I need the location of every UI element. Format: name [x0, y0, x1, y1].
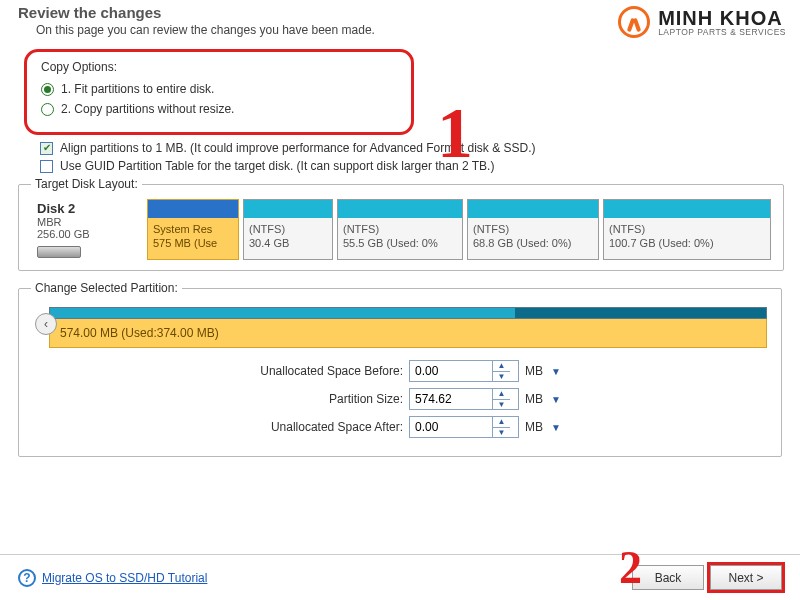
help-icon[interactable]: ? — [18, 569, 36, 587]
input-unalloc-before[interactable]: ▲▼ — [409, 360, 519, 382]
partition-label: (NTFS)100.7 GB (Used: 0%) — [604, 218, 770, 256]
partition-label: (NTFS)68.8 GB (Used: 0%) — [468, 218, 598, 256]
brand-tagline: LAPTOP PARTS & SERVICES — [658, 28, 786, 37]
input-unalloc-after[interactable]: ▲▼ — [409, 416, 519, 438]
input-unalloc-before-field[interactable] — [410, 361, 492, 381]
partition-bar — [338, 200, 462, 218]
spin-down-icon[interactable]: ▼ — [493, 427, 510, 438]
target-disk-layout-legend: Target Disk Layout: — [31, 177, 142, 191]
partition-block[interactable]: (NTFS)100.7 GB (Used: 0%) — [603, 199, 771, 260]
partition-bar — [604, 200, 770, 218]
partition-label: (NTFS)30.4 GB — [244, 218, 332, 256]
radio-fit-partitions[interactable] — [41, 83, 54, 96]
spin-up-icon[interactable]: ▲ — [493, 417, 510, 427]
unit-dropdown[interactable]: ▼ — [549, 394, 563, 405]
spin-down-icon[interactable]: ▼ — [493, 371, 510, 382]
label-unalloc-after: Unallocated Space After: — [233, 420, 403, 434]
brand-logo-icon — [618, 6, 650, 38]
input-partition-size-field[interactable] — [410, 389, 492, 409]
checkbox-guid-label: Use GUID Partition Table for the target … — [60, 159, 494, 173]
input-partition-size[interactable]: ▲▼ — [409, 388, 519, 410]
radio-fit-label: 1. Fit partitions to entire disk. — [61, 82, 214, 96]
spin-up-icon[interactable]: ▲ — [493, 361, 510, 371]
unit-dropdown[interactable]: ▼ — [549, 366, 563, 377]
partition-block[interactable]: (NTFS)68.8 GB (Used: 0%) — [467, 199, 599, 260]
label-partition-size: Partition Size: — [233, 392, 403, 406]
change-partition-group: Change Selected Partition: ‹ 574.00 MB (… — [18, 281, 782, 457]
footer-bar: ? Migrate OS to SSD/HD Tutorial Back Nex… — [0, 554, 800, 600]
partition-bar — [468, 200, 598, 218]
slider-handle-left[interactable]: ‹ — [35, 313, 57, 335]
annotation-1: 1 — [437, 92, 473, 175]
radio-no-resize-label: 2. Copy partitions without resize. — [61, 102, 234, 116]
disk-icon — [37, 246, 81, 258]
unit-mb: MB — [525, 392, 543, 406]
input-unalloc-after-field[interactable] — [410, 417, 492, 437]
partition-bar — [148, 200, 238, 218]
annotation-2: 2 — [619, 541, 642, 594]
next-button[interactable]: Next > — [710, 565, 782, 590]
unit-dropdown[interactable]: ▼ — [549, 422, 563, 433]
help-link[interactable]: Migrate OS to SSD/HD Tutorial — [42, 571, 207, 585]
partition-bar — [244, 200, 332, 218]
partition-block[interactable]: System Res575 MB (Use — [147, 199, 239, 260]
disk-type: MBR — [37, 216, 135, 228]
brand-logo-block: MINH KHOA LAPTOP PARTS & SERVICES — [618, 6, 786, 38]
checkbox-guid[interactable] — [40, 160, 53, 173]
copy-options-group: Copy Options: 1. Fit partitions to entir… — [24, 49, 414, 135]
radio-no-resize[interactable] — [41, 103, 54, 116]
partition-label: System Res575 MB (Use — [148, 218, 238, 256]
disk-info: Disk 2 MBR 256.00 GB — [31, 199, 141, 260]
change-partition-legend: Change Selected Partition: — [31, 281, 182, 295]
unit-mb: MB — [525, 364, 543, 378]
label-unalloc-before: Unallocated Space Before: — [233, 364, 403, 378]
spin-up-icon[interactable]: ▲ — [493, 389, 510, 399]
disk-name: Disk 2 — [37, 201, 135, 216]
partition-label: (NTFS)55.5 GB (Used: 0% — [338, 218, 462, 256]
partition-block[interactable]: (NTFS)30.4 GB — [243, 199, 333, 260]
partition-block[interactable]: (NTFS)55.5 GB (Used: 0% — [337, 199, 463, 260]
disk-size: 256.00 GB — [37, 228, 135, 240]
back-button[interactable]: Back — [632, 565, 704, 590]
target-disk-layout-group: Target Disk Layout: Disk 2 MBR 256.00 GB… — [18, 177, 784, 271]
partition-slider-label: 574.00 MB (Used:374.00 MB) — [49, 319, 767, 348]
spin-down-icon[interactable]: ▼ — [493, 399, 510, 410]
brand-name: MINH KHOA — [658, 8, 786, 28]
unit-mb: MB — [525, 420, 543, 434]
checkbox-align-1mb[interactable] — [40, 142, 53, 155]
copy-options-legend: Copy Options: — [41, 60, 397, 74]
partition-slider[interactable] — [49, 307, 767, 319]
